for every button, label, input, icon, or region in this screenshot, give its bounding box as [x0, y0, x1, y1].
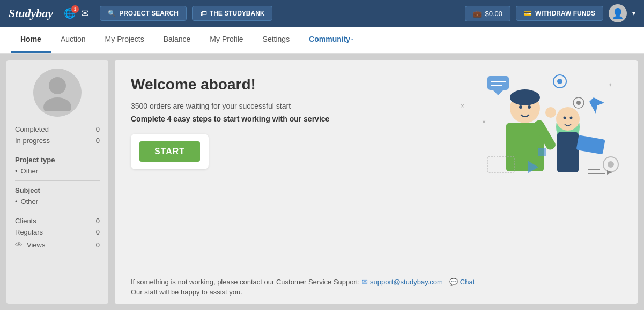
email-icon: ✉ [362, 278, 368, 286]
message-icon[interactable]: ✉ [81, 7, 89, 19]
views-value: 0 [96, 241, 100, 249]
support-line-1: If something is not working, please cont… [131, 278, 621, 286]
clients-row: Clients 0 [15, 217, 100, 225]
nav-community[interactable]: Community [299, 27, 362, 53]
in-progress-stat: In progress 0 [15, 137, 100, 145]
in-progress-value: 0 [96, 137, 100, 145]
top-nav-icons: 🌐 1 ✉ [64, 7, 89, 19]
notification-bell[interactable]: 🌐 1 [64, 7, 76, 19]
wallet-icon: 💼 [473, 10, 482, 18]
support-bar: If something is not working, please cont… [115, 270, 638, 304]
user-avatar[interactable]: 👤 [609, 4, 627, 22]
secondary-nav: Home Auction My Projects Balance My Prof… [0, 27, 644, 54]
nav-home[interactable]: Home [11, 27, 51, 53]
welcome-text: Welcome aboard! 3500 orders are waiting … [131, 76, 621, 259]
svg-point-0 [49, 77, 66, 94]
chat-link-text[interactable]: Chat [460, 278, 475, 286]
project-search-button[interactable]: 🔍 PROJECT SEARCH [100, 6, 187, 21]
nav-my-projects[interactable]: My Projects [95, 27, 154, 53]
clients-label: Clients [15, 217, 36, 225]
start-button-container: START [131, 134, 209, 169]
completed-stat: Completed 0 [15, 125, 100, 133]
withdraw-icon: 💳 [524, 10, 532, 17]
welcome-panel: Welcome aboard! 3500 orders are waiting … [115, 60, 638, 304]
balance-display[interactable]: 💼 $0.00 [465, 6, 510, 21]
withdraw-button[interactable]: 💳 WITHDRAW FUNDS [516, 6, 603, 21]
completed-label: Completed [15, 125, 49, 133]
avatar-dropdown-arrow[interactable]: ▾ [632, 10, 635, 17]
in-progress-label: In progress [15, 137, 50, 145]
welcome-subtitle: 3500 orders are waiting for your success… [131, 102, 621, 110]
top-nav: Studybay 🌐 1 ✉ 🔍 PROJECT SEARCH 🏷 THE ST… [0, 0, 644, 27]
svg-point-1 [43, 97, 71, 111]
completed-value: 0 [96, 125, 100, 133]
support-text: If something is not working, please cont… [131, 278, 360, 286]
sidebar: Completed 0 In progress 0 Project type O… [6, 60, 108, 304]
eye-icon: 👁 [15, 240, 23, 249]
email-link[interactable]: ✉ support@studybay.com [362, 278, 443, 286]
views-row: 👁 Views 0 [15, 240, 100, 249]
nav-balance[interactable]: Balance [154, 27, 201, 53]
chat-link[interactable]: 💬 Chat [449, 278, 475, 286]
start-button[interactable]: START [139, 141, 200, 162]
subject-label: Subject [15, 186, 100, 194]
support-line-2: Our staff will be happy to assist you. [131, 288, 621, 296]
divider-2 [15, 180, 100, 181]
email-address[interactable]: support@studybay.com [370, 278, 443, 286]
regulars-row: Regulars 0 [15, 228, 100, 236]
studybank-button[interactable]: 🏷 THE STUDYBANK [192, 6, 273, 21]
regulars-value: 0 [96, 228, 100, 236]
nav-my-profile[interactable]: My Profile [200, 27, 253, 53]
chat-icon: 💬 [449, 278, 458, 286]
project-type-label: Project type [15, 156, 100, 164]
main-content: Completed 0 In progress 0 Project type O… [0, 54, 644, 310]
notification-count: 1 [71, 5, 79, 13]
clients-value: 0 [96, 217, 100, 225]
welcome-title: Welcome aboard! [131, 76, 621, 93]
divider-1 [15, 150, 100, 150]
regulars-label: Regulars [15, 228, 43, 236]
sidebar-avatar [33, 69, 82, 117]
project-type-value: Other [15, 167, 100, 175]
tag-icon: 🏷 [200, 10, 206, 17]
nav-settings[interactable]: Settings [253, 27, 300, 53]
welcome-steps: Complete 4 easy steps to start working w… [131, 115, 621, 123]
divider-3 [15, 211, 100, 211]
welcome-top: Welcome aboard! 3500 orders are waiting … [115, 60, 638, 270]
views-label: Views [27, 241, 45, 249]
nav-auction[interactable]: Auction [51, 27, 95, 53]
subject-value: Other [15, 198, 100, 206]
search-icon: 🔍 [108, 10, 116, 17]
logo: Studybay [9, 6, 53, 20]
